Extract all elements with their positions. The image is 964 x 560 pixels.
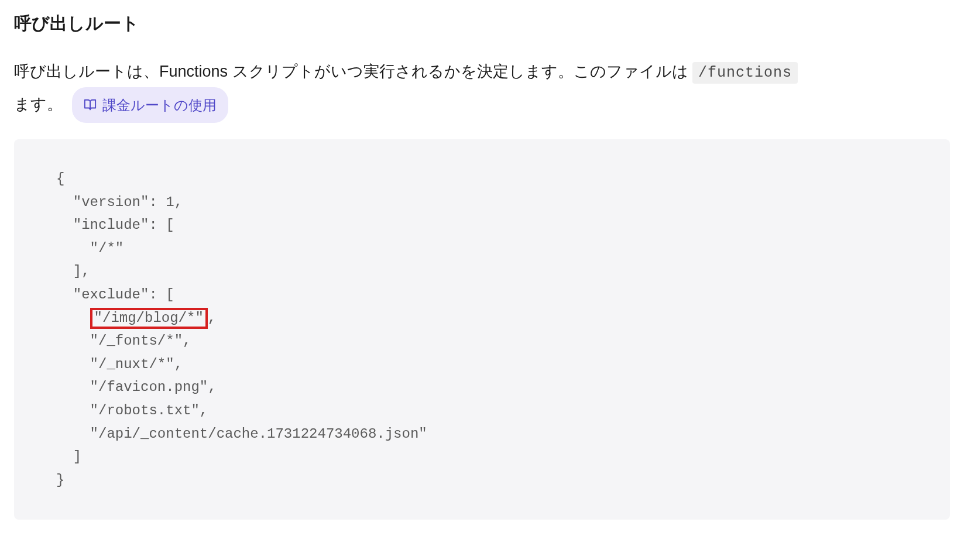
highlighted-code: "/img/blog/*" bbox=[90, 308, 208, 329]
code-line: "include": [ bbox=[56, 217, 174, 233]
code-line: "/_fonts/*", bbox=[56, 333, 191, 349]
code-line: "/_nuxt/*", bbox=[56, 356, 183, 372]
description-text-2: ます。 bbox=[14, 95, 63, 112]
description-text-1: 呼び出しルートは、Functions スクリプトがいつ実行されるかを決定します。… bbox=[14, 63, 692, 80]
code-line: "/api/_content/cache.1731224734068.json" bbox=[56, 426, 427, 442]
billing-routes-link[interactable]: 課金ルートの使用 bbox=[72, 87, 228, 123]
code-line-suffix: , bbox=[208, 310, 216, 326]
section-heading: 呼び出しルート bbox=[14, 12, 950, 36]
book-icon bbox=[84, 98, 97, 111]
code-line: ], bbox=[56, 263, 90, 279]
code-line: "/robots.txt", bbox=[56, 403, 208, 418]
code-line: "/*" bbox=[56, 241, 123, 256]
code-block: { "version": 1, "include": [ "/*" ], "ex… bbox=[14, 139, 950, 520]
code-line: } bbox=[56, 472, 64, 488]
link-badge-label: 課金ルートの使用 bbox=[102, 92, 217, 119]
inline-code-path: /functions bbox=[692, 62, 798, 84]
code-line: { bbox=[56, 171, 64, 187]
code-line: "version": 1, bbox=[56, 194, 183, 210]
description-paragraph: 呼び出しルートは、Functions スクリプトがいつ実行されるかを決定します。… bbox=[14, 57, 950, 123]
code-line: ] bbox=[56, 449, 81, 465]
code-line: "/favicon.png", bbox=[56, 379, 217, 395]
code-line: "exclude": [ bbox=[56, 287, 174, 303]
